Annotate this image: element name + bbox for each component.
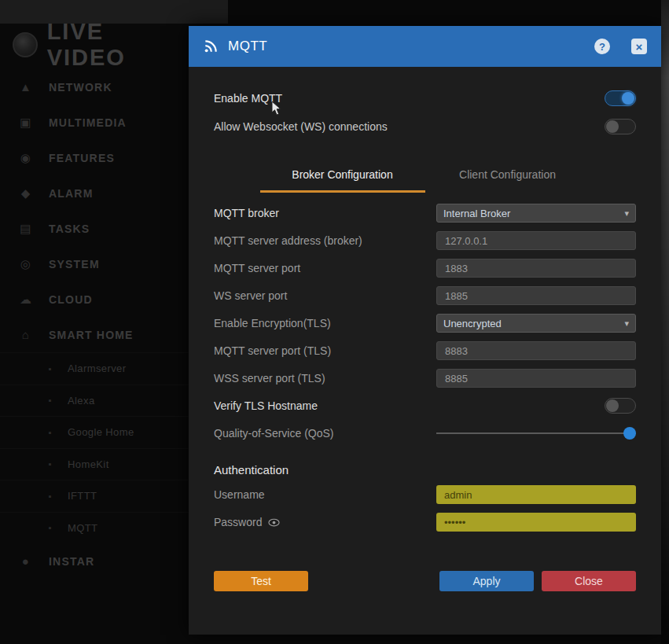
wss-tls-port-input[interactable] bbox=[436, 369, 636, 388]
mqtt-tls-port-input[interactable] bbox=[436, 341, 636, 360]
wss-tls-port-row: WSS server port (TLS) bbox=[214, 369, 636, 388]
test-button[interactable]: Test bbox=[214, 571, 308, 591]
mqtt-tls-port-row: MQTT server port (TLS) bbox=[214, 341, 636, 360]
broker-configuration-form: MQTT broker Internal Broker ▾ MQTT serve… bbox=[214, 204, 636, 591]
enable-mqtt-toggle[interactable] bbox=[605, 90, 636, 106]
authentication-heading: Authentication bbox=[214, 463, 636, 477]
close-icon[interactable]: × bbox=[631, 39, 647, 54]
help-icon[interactable]: ? bbox=[594, 39, 610, 54]
tab-client-configuration[interactable]: Client Configuration bbox=[425, 161, 590, 193]
chevron-down-icon: ▾ bbox=[624, 318, 629, 329]
dialog-title: MQTT bbox=[228, 39, 267, 54]
mqtt-server-port-label: MQTT server port bbox=[214, 262, 300, 274]
mqtt-broker-row: MQTT broker Internal Broker ▾ bbox=[214, 204, 636, 223]
enable-encryption-label: Enable Encryption(TLS) bbox=[214, 317, 331, 329]
select-value: Internal Broker bbox=[443, 208, 510, 219]
mqtt-tls-port-label: MQTT server port (TLS) bbox=[214, 344, 331, 357]
qos-label: Quality-of-Service (QoS) bbox=[214, 427, 333, 440]
enable-mqtt-row: Enable MQTT bbox=[214, 84, 636, 112]
mqtt-server-address-row: MQTT server address (broker) bbox=[214, 231, 636, 250]
password-row: Password bbox=[214, 513, 636, 532]
chevron-down-icon: ▾ bbox=[624, 208, 629, 219]
password-input[interactable] bbox=[436, 513, 636, 532]
encryption-select[interactable]: Unencrypted ▾ bbox=[436, 314, 636, 333]
eye-icon[interactable] bbox=[268, 518, 280, 527]
select-value: Unencrypted bbox=[443, 318, 502, 329]
mqtt-broker-select[interactable]: Internal Broker ▾ bbox=[436, 204, 636, 223]
toggle-knob bbox=[606, 120, 619, 133]
enable-mqtt-label: Enable MQTT bbox=[214, 92, 282, 105]
allow-websocket-label: Allow Websocket (WS) connections bbox=[214, 120, 388, 133]
allow-websocket-toggle[interactable] bbox=[605, 119, 636, 134]
close-button[interactable]: Close bbox=[542, 571, 636, 591]
mqtt-server-port-input[interactable] bbox=[436, 259, 636, 278]
username-input[interactable] bbox=[436, 485, 636, 504]
verify-tls-label: Verify TLS Hostname bbox=[214, 399, 318, 412]
qos-row: Quality-of-Service (QoS) bbox=[214, 424, 636, 443]
verify-tls-toggle[interactable] bbox=[605, 398, 636, 414]
dialog-header: MQTT ? × bbox=[189, 26, 661, 67]
mqtt-dialog: MQTT ? × Enable MQTT Allow Websocket (WS… bbox=[189, 26, 661, 635]
allow-websocket-row: Allow Websocket (WS) connections bbox=[214, 112, 636, 141]
wss-tls-port-label: WSS server port (TLS) bbox=[214, 372, 325, 385]
password-label-group: Password bbox=[214, 516, 280, 528]
mqtt-server-address-label: MQTT server address (broker) bbox=[214, 234, 362, 247]
ws-server-port-input[interactable] bbox=[436, 286, 636, 305]
mqtt-broadcast-icon bbox=[203, 39, 219, 54]
slider-knob[interactable] bbox=[623, 427, 636, 440]
apply-button[interactable]: Apply bbox=[439, 571, 534, 591]
slider-track bbox=[436, 432, 636, 434]
username-row: Username bbox=[214, 485, 636, 504]
mqtt-broker-label: MQTT broker bbox=[214, 207, 279, 219]
verify-tls-row: Verify TLS Hostname bbox=[214, 396, 636, 415]
dialog-header-icons: ? × bbox=[594, 39, 647, 54]
ws-server-port-row: WS server port bbox=[214, 286, 636, 305]
mqtt-server-address-input[interactable] bbox=[436, 231, 636, 250]
ws-server-port-label: WS server port bbox=[214, 289, 287, 302]
password-label: Password bbox=[214, 516, 262, 528]
dialog-body: Enable MQTT Allow Websocket (WS) connect… bbox=[189, 67, 661, 591]
toggle-knob bbox=[622, 92, 634, 105]
dialog-buttons: Test Apply Close bbox=[214, 571, 636, 591]
mqtt-server-port-row: MQTT server port bbox=[214, 259, 636, 278]
enable-encryption-row: Enable Encryption(TLS) Unencrypted ▾ bbox=[214, 314, 636, 333]
toggle-knob bbox=[606, 399, 619, 412]
config-tabs: Broker Configuration Client Configuratio… bbox=[214, 161, 636, 193]
qos-slider[interactable] bbox=[436, 424, 636, 443]
tab-broker-configuration[interactable]: Broker Configuration bbox=[260, 161, 425, 193]
username-label: Username bbox=[214, 488, 265, 501]
